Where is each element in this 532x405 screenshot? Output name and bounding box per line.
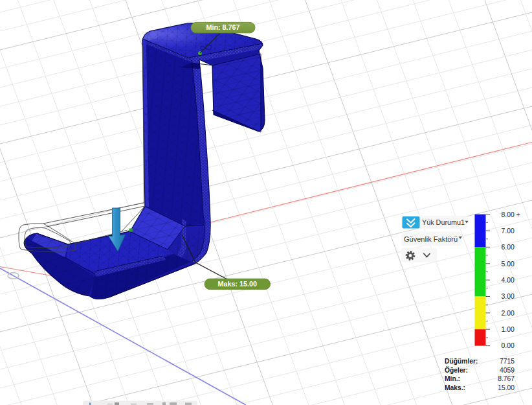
svg-text:15.00: 15.00 xyxy=(498,384,515,391)
svg-text:Öğeler:: Öğeler: xyxy=(445,366,468,374)
svg-text:7715: 7715 xyxy=(500,358,515,365)
svg-text:Min: 8.767: Min: 8.767 xyxy=(206,23,239,31)
svg-text:6.00: 6.00 xyxy=(502,244,515,251)
svg-text:8.00 +: 8.00 + xyxy=(502,211,520,218)
svg-text:3.00: 3.00 xyxy=(502,293,515,300)
svg-text:1.00: 1.00 xyxy=(502,326,515,333)
svg-text:Yük Durumu1: Yük Durumu1 xyxy=(422,218,465,226)
svg-text:Maks.:: Maks.: xyxy=(445,384,465,391)
svg-text:8.767: 8.767 xyxy=(498,375,515,382)
svg-text:7.00: 7.00 xyxy=(502,227,515,235)
svg-text:Maks: 15.00: Maks: 15.00 xyxy=(217,280,257,288)
svg-text:Düğümler:: Düğümler: xyxy=(445,358,478,365)
svg-text:4.00: 4.00 xyxy=(502,277,515,284)
svg-text:0.00: 0.00 xyxy=(502,342,515,349)
svg-text:5.00: 5.00 xyxy=(502,260,515,268)
svg-text:2.00: 2.00 xyxy=(502,310,515,317)
svg-text:4059: 4059 xyxy=(500,367,515,374)
svg-text:Güvenlik Faktörü: Güvenlik Faktörü xyxy=(404,235,458,243)
svg-text:Min.:: Min.: xyxy=(445,375,460,382)
